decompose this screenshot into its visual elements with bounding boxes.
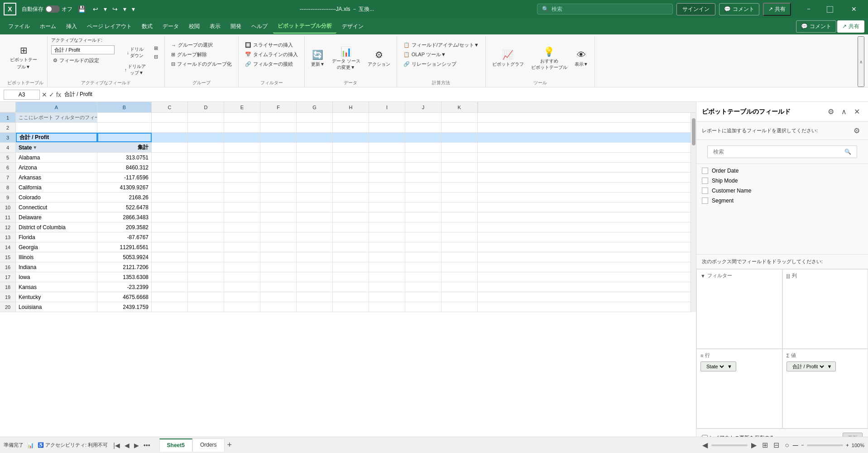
cell-b1[interactable] xyxy=(97,113,152,122)
add-sheet-button[interactable]: + xyxy=(225,439,235,452)
cell-a2[interactable] xyxy=(16,123,97,132)
cell-h10[interactable] xyxy=(333,202,369,212)
cell-h8[interactable] xyxy=(333,183,369,192)
cell-e4[interactable] xyxy=(224,143,260,152)
sheet-first-button[interactable]: |◀ xyxy=(111,441,122,450)
sheet-next-button[interactable]: ▶ xyxy=(132,441,141,450)
cell-d14[interactable] xyxy=(188,242,224,252)
column-zone[interactable]: ||| 列 xyxy=(782,269,868,349)
cell-g3[interactable] xyxy=(297,133,333,142)
cell-c6[interactable] xyxy=(152,163,188,172)
cell-i9[interactable] xyxy=(369,193,405,202)
cell-b15[interactable]: 5053.9924 xyxy=(97,252,152,262)
cell-j4[interactable] xyxy=(405,143,441,152)
col-header-i[interactable]: I xyxy=(369,102,405,112)
cell-j20[interactable] xyxy=(405,302,441,312)
cell-j15[interactable] xyxy=(405,252,441,262)
pivot-chart-button[interactable]: 📈 ピボットグラフ xyxy=(489,48,527,69)
menu-home[interactable]: ホーム xyxy=(35,20,61,33)
cell-j17[interactable] xyxy=(405,272,441,282)
cell-i4[interactable] xyxy=(369,143,405,152)
cell-b20[interactable]: 2439.1759 xyxy=(97,302,152,312)
cell-e2[interactable] xyxy=(224,123,260,132)
cell-e19[interactable] xyxy=(224,292,260,302)
cell-f6[interactable] xyxy=(260,163,297,172)
cell-i20[interactable] xyxy=(369,302,405,312)
cell-f11[interactable] xyxy=(260,212,297,222)
cell-h14[interactable] xyxy=(333,242,369,252)
cell-e13[interactable] xyxy=(224,232,260,242)
panel-settings-button[interactable]: ⚙ xyxy=(825,106,837,117)
cell-f1[interactable] xyxy=(260,113,297,122)
group-field-button[interactable]: ⊟ フィールドのグループ化 xyxy=(168,60,235,68)
cell-a5[interactable]: Alabama xyxy=(16,153,97,162)
customize-qa[interactable]: ▾ xyxy=(130,5,137,14)
zoom-slider[interactable] xyxy=(711,444,748,446)
cell-h9[interactable] xyxy=(333,193,369,202)
field-checkbox-segment[interactable] xyxy=(702,198,708,204)
cell-k14[interactable] xyxy=(441,242,478,252)
cell-d10[interactable] xyxy=(188,202,224,212)
cell-i5[interactable] xyxy=(369,153,405,162)
cell-k19[interactable] xyxy=(441,292,478,302)
cell-d17[interactable] xyxy=(188,272,224,282)
drill-up-button[interactable]: ↑ ドリルアップ▼ xyxy=(122,62,149,78)
cell-g5[interactable] xyxy=(297,153,333,162)
cell-d9[interactable] xyxy=(188,193,224,202)
cell-b14[interactable]: 11291.6561 xyxy=(97,242,152,252)
cell-c4[interactable] xyxy=(152,143,188,152)
select-group-button[interactable]: → グループの選択 xyxy=(168,41,216,49)
cell-c9[interactable] xyxy=(152,193,188,202)
cell-c8[interactable] xyxy=(152,183,188,192)
cell-a1[interactable]: ここにレポート フィルターのフィールドをドラッグします xyxy=(16,113,97,122)
restore-button[interactable]: ⃞ xyxy=(821,2,842,16)
autosave-toggle[interactable] xyxy=(45,5,60,13)
cell-f3[interactable] xyxy=(260,133,297,142)
col-header-g[interactable]: G xyxy=(297,102,333,112)
cell-d2[interactable] xyxy=(188,123,224,132)
cell-e7[interactable] xyxy=(224,173,260,182)
col-header-f[interactable]: F xyxy=(260,102,297,112)
cell-e14[interactable] xyxy=(224,242,260,252)
change-datasource-button[interactable]: 📊 データ ソースの変更▼ xyxy=(329,44,363,72)
cell-e15[interactable] xyxy=(224,252,260,262)
cell-g1[interactable] xyxy=(297,113,333,122)
panel-close-button[interactable]: ✕ xyxy=(851,106,863,117)
scroll-left-button[interactable]: ◀ xyxy=(700,440,710,450)
cell-j12[interactable] xyxy=(405,222,441,232)
cell-d7[interactable] xyxy=(188,173,224,182)
cell-a18[interactable]: Kansas xyxy=(16,282,97,292)
value-zone-profit-tag[interactable]: 合計 / Profit ▼ xyxy=(786,361,836,371)
cell-i18[interactable] xyxy=(369,282,405,292)
redo-dropdown[interactable]: ▾ xyxy=(121,5,128,14)
cell-d20[interactable] xyxy=(188,302,224,312)
cell-k16[interactable] xyxy=(441,262,478,272)
cell-a20[interactable]: Louisiana xyxy=(16,302,97,312)
list-item[interactable]: Segment xyxy=(696,196,868,206)
cell-b6[interactable]: 8460.312 xyxy=(97,163,152,172)
cell-k13[interactable] xyxy=(441,232,478,242)
cell-b7[interactable]: -117.6596 xyxy=(97,173,152,182)
cell-d6[interactable] xyxy=(188,163,224,172)
cell-g20[interactable] xyxy=(297,302,333,312)
cell-f12[interactable] xyxy=(260,222,297,232)
cell-j10[interactable] xyxy=(405,202,441,212)
cell-g6[interactable] xyxy=(297,163,333,172)
cell-a6[interactable]: Arizona xyxy=(16,163,97,172)
save-button[interactable]: 💾 xyxy=(76,5,87,14)
cell-c1[interactable] xyxy=(152,113,188,122)
cell-a16[interactable]: Indiana xyxy=(16,262,97,272)
cell-a11[interactable]: Delaware xyxy=(16,212,97,222)
row-zone[interactable]: ≡ 行 State ▼ xyxy=(696,349,782,429)
cell-e6[interactable] xyxy=(224,163,260,172)
cell-f14[interactable] xyxy=(260,242,297,252)
cell-e9[interactable] xyxy=(224,193,260,202)
col-header-j[interactable]: J xyxy=(405,102,441,112)
cell-g18[interactable] xyxy=(297,282,333,292)
field-checkbox-order-date[interactable] xyxy=(702,168,708,174)
cancel-formula-button[interactable]: ✕ xyxy=(42,91,47,98)
field-checkbox-ship-mode[interactable] xyxy=(702,178,708,184)
cell-e18[interactable] xyxy=(224,282,260,292)
recommended-pivot-button[interactable]: 💡 おすすめピボットテーブル xyxy=(528,44,570,72)
cell-d18[interactable] xyxy=(188,282,224,292)
